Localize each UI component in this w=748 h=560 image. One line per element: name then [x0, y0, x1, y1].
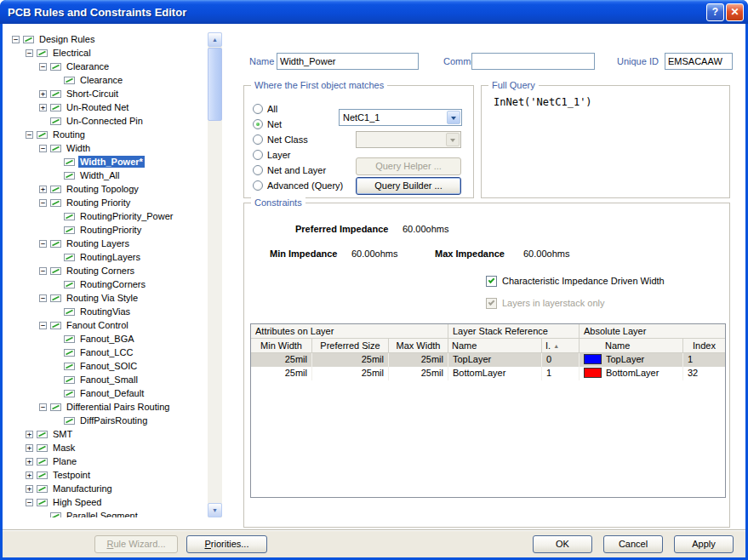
collapse-icon[interactable]: − — [39, 240, 47, 248]
rule-icon — [37, 484, 49, 494]
tree-item-clearance[interactable]: −Clearance — [9, 60, 208, 73]
radio-option-net[interactable]: Net — [253, 118, 282, 130]
rule-icon — [37, 498, 49, 507]
tree-item-fanout-lcc[interactable]: Fanout_LCC — [9, 346, 208, 359]
collapse-icon[interactable]: − — [39, 145, 47, 152]
tree-item-routing-topology[interactable]: +Routing Topology — [9, 182, 208, 196]
collapse-icon[interactable]: − — [39, 403, 47, 411]
collapse-icon[interactable]: − — [39, 199, 47, 207]
scroll-up-button[interactable]: ▲ — [208, 32, 222, 47]
net-combo[interactable]: NetC1_1 — [339, 109, 462, 126]
titlebar[interactable]: PCB Rules and Constraints Editor ? ✕ — [0, 0, 748, 24]
column-header-index-6[interactable]: Index — [683, 339, 726, 353]
tree-item-fanout-control[interactable]: −Fanout Control — [9, 318, 208, 332]
apply-button[interactable]: Apply — [674, 535, 734, 553]
cancel-button[interactable]: Cancel — [603, 535, 663, 553]
rule-wizard-button: Rule Wizard... — [94, 535, 178, 553]
scrollbar-thumb[interactable] — [208, 48, 222, 121]
tree-item-width[interactable]: −Width — [9, 141, 208, 155]
expand-icon[interactable]: + — [26, 485, 33, 493]
priorities-button[interactable]: Priorities... — [186, 535, 267, 553]
collapse-icon[interactable]: − — [12, 36, 20, 43]
name-input[interactable] — [277, 53, 419, 70]
expand-icon[interactable]: + — [26, 431, 33, 438]
tree-item-fanout-bga[interactable]: Fanout_BGA — [9, 332, 208, 346]
radio-option-net-class[interactable]: Net Class — [253, 134, 308, 146]
column-header-name-5[interactable]: Name — [580, 339, 683, 353]
radio-option-advanced-query[interactable]: Advanced (Query) — [253, 180, 343, 191]
rule-icon — [50, 117, 62, 126]
comment-input[interactable] — [471, 53, 595, 70]
grid-column-header-row: Min WidthPreferred SizeMax WidthNameI.▲N… — [251, 339, 725, 353]
table-row-toplayer[interactable]: 25mil25mil25milTopLayer0TopLayer1 — [251, 353, 725, 367]
tree-item-routing-layers[interactable]: −Routing Layers — [9, 237, 208, 250]
tree-item-label: Parallel Segment — [65, 510, 140, 517]
rule-icon — [64, 348, 76, 357]
tree-item-label: RoutingCorners — [78, 278, 147, 290]
tree-scrollbar[interactable]: ▲ ▼ — [208, 32, 222, 517]
tree-item-routingpriority[interactable]: RoutingPriority — [9, 223, 208, 237]
collapse-icon[interactable]: − — [26, 49, 33, 57]
expand-icon[interactable]: + — [26, 444, 33, 452]
expand-icon[interactable]: + — [39, 186, 47, 193]
tree-item-width-all[interactable]: Width_All — [9, 169, 208, 182]
tree-item-routingpriority-power[interactable]: RoutingPriority_Power — [9, 209, 208, 223]
scroll-down-button[interactable]: ▼ — [208, 503, 222, 517]
ok-button[interactable]: OK — [533, 535, 592, 553]
collapse-icon[interactable]: − — [26, 499, 33, 506]
net-combo-dropdown-button[interactable] — [447, 111, 460, 124]
close-button[interactable]: ✕ — [726, 3, 744, 21]
tree-item-diffpairsrouting[interactable]: DiffPairsRouting — [9, 414, 208, 427]
collapse-icon[interactable]: − — [39, 322, 47, 329]
impedance-driven-width-checkbox[interactable]: Characteristic Impedance Driven Width — [486, 275, 665, 287]
group-header-attributes-on-layer: Attributes on Layer — [251, 324, 448, 339]
collapse-icon[interactable]: − — [26, 131, 33, 139]
tree-item-fanout-small[interactable]: Fanout_Small — [9, 373, 208, 386]
expand-icon[interactable]: + — [39, 90, 47, 98]
collapse-icon[interactable]: − — [39, 267, 47, 275]
tree-item-smt[interactable]: +SMT — [9, 427, 208, 441]
tree-item-fanout-default[interactable]: Fanout_Default — [9, 386, 208, 400]
column-header-name-3[interactable]: Name — [448, 339, 542, 353]
tree-item-clearance[interactable]: Clearance — [9, 73, 208, 87]
tree-item-un-connected-pin[interactable]: Un-Connected Pin — [9, 114, 208, 128]
tree-item-routingvias[interactable]: RoutingVias — [9, 305, 208, 318]
tree-item-routing-via-style[interactable]: −Routing Via Style — [9, 291, 208, 305]
tree-item-differential-pairs-routing[interactable]: −Differential Pairs Routing — [9, 400, 208, 414]
unique-id-input[interactable] — [665, 53, 733, 70]
tree-item-routing-priority[interactable]: −Routing Priority — [9, 196, 208, 209]
tree-item-un-routed-net[interactable]: +Un-Routed Net — [9, 100, 208, 114]
radio-option-layer[interactable]: Layer — [253, 149, 291, 161]
tree-item-electrical[interactable]: −Electrical — [9, 46, 208, 60]
radio-option-all[interactable]: All — [253, 103, 277, 115]
tree-item-plane[interactable]: +Plane — [9, 454, 208, 468]
tree-item-routing[interactable]: −Routing — [9, 128, 208, 141]
tree-item-label: Plane — [51, 455, 78, 467]
help-button[interactable]: ? — [706, 3, 724, 21]
column-header-max-width-2[interactable]: Max Width — [389, 339, 448, 353]
tree-item-testpoint[interactable]: +Testpoint — [9, 468, 208, 482]
tree-item-width-power[interactable]: Width_Power* — [9, 155, 208, 169]
expand-icon[interactable]: + — [39, 104, 47, 111]
tree-item-design-rules[interactable]: −Design Rules — [9, 32, 208, 46]
tree-item-fanout-soic[interactable]: Fanout_SOIC — [9, 359, 208, 373]
radio-option-net-and-layer[interactable]: Net and Layer — [253, 164, 326, 176]
tree-item-mask[interactable]: +Mask — [9, 441, 208, 454]
tree-item-routingcorners[interactable]: RoutingCorners — [9, 277, 208, 291]
column-header-min-width-0[interactable]: Min Width — [251, 339, 312, 353]
collapse-icon[interactable]: − — [39, 294, 47, 302]
table-row-bottomlayer[interactable]: 25mil25mil25milBottomLayer1BottomLayer32 — [251, 367, 725, 380]
tree-item-short-circuit[interactable]: +Short-Circuit — [9, 87, 208, 100]
tree-item-routinglayers[interactable]: RoutingLayers — [9, 250, 208, 264]
expand-icon[interactable]: + — [26, 458, 33, 466]
tree-item-high-speed[interactable]: −High Speed — [9, 495, 208, 509]
radio-option-label: All — [267, 104, 277, 114]
column-header-preferred-size-1[interactable]: Preferred Size — [312, 339, 389, 353]
tree-item-routing-corners[interactable]: −Routing Corners — [9, 264, 208, 277]
column-header-i-4[interactable]: I.▲ — [542, 339, 580, 353]
collapse-icon[interactable]: − — [39, 63, 47, 71]
expand-icon[interactable]: + — [26, 471, 33, 479]
query-builder-button[interactable]: Query Builder ... — [356, 177, 461, 195]
tree-item-manufacturing[interactable]: +Manufacturing — [9, 482, 208, 495]
tree-item-parallel-segment[interactable]: Parallel Segment — [9, 509, 208, 517]
